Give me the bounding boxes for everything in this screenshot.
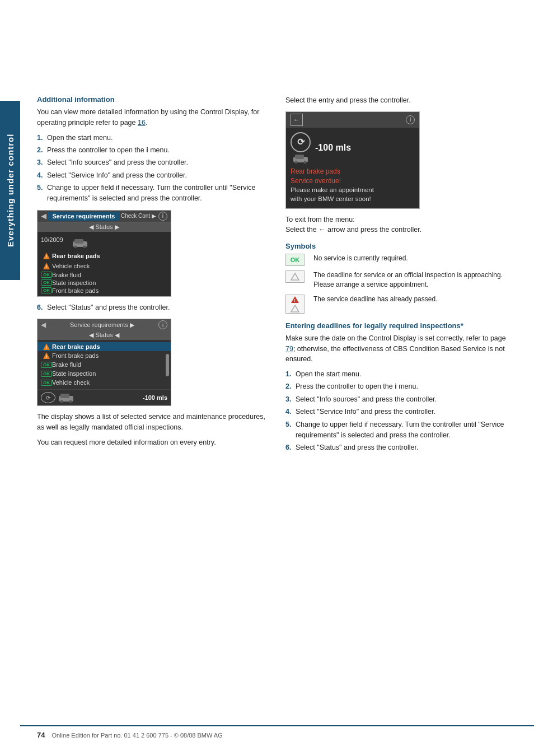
screen2-row-2: OK Brake fluid <box>38 360 171 369</box>
svg-text:!: ! <box>46 346 47 349</box>
screen2-bottom: ⟳ -100 mls <box>38 389 171 405</box>
svg-rect-13 <box>60 394 69 398</box>
symbols-heading: Symbols <box>285 242 517 250</box>
section2-step-3: 3. Select "Info sources" and press the c… <box>285 394 517 405</box>
symbol-row-1: The deadline for service or an official … <box>285 270 517 290</box>
screen2-rows: ! Rear brake pads ! Front brake pads OK <box>38 340 171 389</box>
section2-step-5: 5. Change to upper field if necessary. T… <box>285 419 517 441</box>
screen1-display: ◀ Service requirements Check Cont ▶ i ◀ … <box>37 210 171 297</box>
section1-heading: Additional information <box>37 95 269 104</box>
body2-text: The display shows a list of selected ser… <box>37 412 269 433</box>
screen1-row-3: OK State inspection <box>38 279 171 287</box>
screen2-icon-3: OK <box>41 371 52 377</box>
screen1-body: 10/2009 <box>38 232 171 296</box>
screen2-title: Service requirements ▶ <box>70 321 134 329</box>
sidebar-chapter-label: Everything under control <box>0 101 20 280</box>
info-screen-header: ← i <box>286 112 419 128</box>
info-service-text: Rear brake pads Service overdue! Please … <box>291 167 415 204</box>
icon-warn-0: ! <box>41 251 52 260</box>
page-number: 74 <box>37 731 45 739</box>
screen2-row-4: OK Vehicle check <box>38 378 171 387</box>
screen1-date: 10/2009 <box>41 236 72 250</box>
screen2-car-icon <box>58 393 74 403</box>
screen1-header: ◀ Service requirements Check Cont ▶ i <box>38 211 171 222</box>
screen2-row-0: ! Rear brake pads <box>38 342 171 351</box>
tri-outline-icon <box>291 272 299 281</box>
info-screen-body: ⟳ -100 mls Rear brake pads Servic <box>286 128 419 208</box>
step-2: 2. Press the controller to open the i me… <box>37 145 269 156</box>
screen2-back: ◀ <box>41 321 46 329</box>
screen1-row-1: ! Vehicle check <box>38 261 171 271</box>
icon-ok-3: OK <box>41 279 52 286</box>
section2-steps: 1. Open the start menu. 2. Press the con… <box>285 369 517 454</box>
screen2-label-3: State inspection <box>52 370 96 377</box>
exit-note: To exit from the menu: Select the ← arro… <box>285 214 517 236</box>
step-3: 3. Select "Info sources" and press the c… <box>37 157 269 168</box>
screen1-row-0: ! Rear brake pads <box>38 251 171 261</box>
step-5: 5. Change to upper field if necessary. T… <box>37 183 269 204</box>
screen2-icon-4: OK <box>41 380 52 386</box>
step-6: 6. Select "Status" and press the control… <box>37 302 269 313</box>
symbol-tri-red-box: ! <box>285 295 305 314</box>
label-1: Vehicle check <box>52 263 90 269</box>
screen1-check-cont: Check Cont ▶ <box>121 213 156 219</box>
icon-warn-1: ! <box>41 262 52 270</box>
screen1-header-right: Check Cont ▶ i <box>121 212 167 221</box>
screen2-status-bar: ◀ Status ◀ <box>38 330 171 340</box>
screen2-display: ◀ Service requirements ▶ i ◀ Status ◀ ! … <box>37 319 171 406</box>
screen2-mls: -100 mls <box>143 394 167 401</box>
step6-list: 6. Select "Status" and press the control… <box>37 302 269 313</box>
screen2-label-2: Brake fluid <box>52 361 81 368</box>
symbol-2-text: The service deadline has already passed. <box>313 295 437 304</box>
svg-marker-20 <box>291 273 299 280</box>
screen2-info-icon: i <box>158 320 167 329</box>
info-icon-col: ⟳ <box>291 132 311 164</box>
info-back-arrow: ← <box>291 114 303 126</box>
screen2-car-area: ⟳ <box>41 392 74 403</box>
step-1: 1. Open the start menu. <box>37 133 269 143</box>
scroll-indicator <box>166 354 169 376</box>
symbol-row-0: OK No service is currently required. <box>285 254 517 266</box>
label-0: Rear brake pads <box>52 251 167 260</box>
section2-body1: Make sure the date on the Control Displa… <box>285 333 517 365</box>
screen2-mockup: ◀ Service requirements ▶ i ◀ Status ◀ ! … <box>37 319 269 406</box>
left-column: Additional information You can view more… <box>37 95 269 459</box>
svg-text:!: ! <box>294 298 296 302</box>
svg-rect-1 <box>74 239 83 244</box>
section2-step-2: 2. Press the controller to open the i me… <box>285 381 517 392</box>
screen1-rows: ! Rear brake pads ! Vehicle check <box>38 251 171 296</box>
car-icon <box>72 236 90 250</box>
label-3: State inspection <box>52 279 96 286</box>
screen1-tab: Service requirements <box>48 212 120 221</box>
symbol-tri-box <box>285 270 305 283</box>
info-service-label: Rear brake pads <box>291 167 415 176</box>
screen2-label-4: Vehicle check <box>52 379 90 386</box>
info-line4: with your BMW center soon! <box>291 194 415 203</box>
screen2-header: ◀ Service requirements ▶ i <box>38 319 171 330</box>
screen2-label-1: Front brake pads <box>52 352 99 359</box>
label-4: Front brake pads <box>52 287 99 294</box>
section2-heading: Entering deadlines for legally required … <box>285 321 517 330</box>
body3-text: You can request more detailed informatio… <box>37 437 269 448</box>
screen1-row-2: OK Brake fluid <box>38 271 171 279</box>
screen2-icon-2: OK <box>41 362 52 368</box>
right-intro: Select the entry and press the controlle… <box>285 95 517 106</box>
screen1-back-arrow: ◀ <box>41 212 46 220</box>
screen2-icon-1: ! <box>41 352 52 359</box>
screen1-row-4: OK Front brake pads <box>38 287 171 296</box>
svg-rect-17 <box>295 155 304 159</box>
info-overdue: Service overdue! <box>291 176 415 186</box>
info-icon: i <box>406 115 415 124</box>
right-column: Select the entry and press the controlle… <box>285 95 517 459</box>
info-circle: ⟳ <box>291 132 311 152</box>
icon-ok-4: OK <box>41 287 52 293</box>
symbol-0-text: No service is currently required. <box>313 254 408 263</box>
symbol-ok-box: OK <box>285 254 305 266</box>
svg-text:!: ! <box>46 255 47 259</box>
screen2-icon-0: ! <box>41 343 52 350</box>
symbol-row-2: ! The service deadline has already passe… <box>285 295 517 314</box>
screen1-status-bar: ◀ Status ▶ <box>38 222 171 232</box>
section2-step-4: 4. Select "Service Info" and press the c… <box>285 407 517 417</box>
screen2-label-0: Rear brake pads <box>52 343 100 350</box>
info-screen-mockup: ← i ⟳ <box>285 111 420 209</box>
